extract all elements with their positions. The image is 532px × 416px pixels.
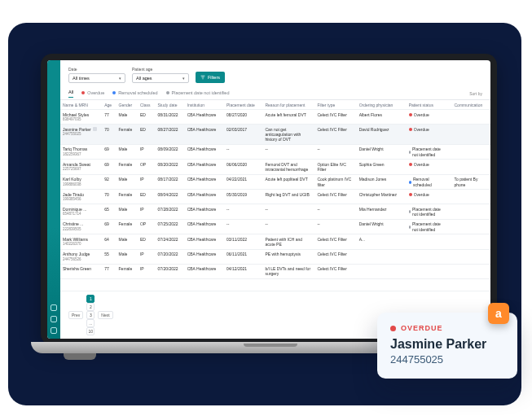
cell-institution: CBA Healthcare bbox=[185, 264, 224, 279]
cell-gender: Female bbox=[117, 190, 138, 204]
cell-study: 08/09/2022 bbox=[156, 144, 185, 160]
cell-placement: 08/27/2020 bbox=[224, 110, 262, 125]
pager-page[interactable]: 1 bbox=[86, 295, 95, 303]
col-class[interactable]: Class bbox=[138, 100, 156, 110]
cell-status: Removal scheduled bbox=[407, 174, 452, 190]
table-row[interactable]: Jasmine Parker24475502570FemaleED08/27/2… bbox=[60, 125, 490, 145]
col-gender[interactable]: Gender bbox=[117, 100, 138, 110]
tab-removal-scheduled[interactable]: Removal scheduled bbox=[112, 90, 157, 98]
table-row[interactable]: Karl Kolby19988603892MaleIP08/17/2022CBA… bbox=[60, 174, 490, 190]
cell-gender: Male bbox=[117, 174, 138, 190]
col-institution[interactable]: Institution bbox=[185, 100, 224, 110]
pager-page[interactable]: 2 bbox=[86, 303, 95, 311]
help-icon[interactable] bbox=[51, 316, 57, 322]
cell-physician: Mia Hernandez bbox=[357, 204, 407, 220]
cell-communication bbox=[452, 190, 491, 204]
cell-status: Placement date not identified bbox=[407, 219, 452, 234]
cell-reason: PE with hemoptysis bbox=[262, 249, 314, 264]
cell-status: Placement date not identified bbox=[407, 144, 452, 160]
table-row[interactable]: Tariq Thomas18225936769MaleIP08/09/2022C… bbox=[60, 144, 490, 160]
cell-gender: Female bbox=[117, 219, 138, 234]
table-row[interactable]: Christine ...22283950569FemaleOP07/25/20… bbox=[60, 219, 490, 234]
table-row[interactable]: Anthony Judge24475652655MaleIP07/20/2022… bbox=[60, 249, 490, 264]
status-dot-icon bbox=[409, 226, 411, 229]
cell-class: ED bbox=[138, 190, 156, 204]
settings-icon[interactable] bbox=[51, 327, 57, 334]
cell-status bbox=[407, 264, 452, 279]
cell-age: 77 bbox=[102, 264, 116, 279]
cell-placement: -- bbox=[224, 144, 262, 160]
age-filter-select[interactable]: All ages ▾ bbox=[132, 73, 189, 83]
cell-institution: CBA Healthcare bbox=[185, 204, 224, 220]
table-row[interactable]: Amanda Sweat22572569769FemaleOP08/20/202… bbox=[60, 160, 490, 175]
card-status: OVERDUE bbox=[390, 324, 504, 332]
chevron-down-icon: ▾ bbox=[182, 76, 185, 81]
tab-placement-unknown[interactable]: Placement date not identified bbox=[166, 90, 230, 98]
filter-bar: Date All times ▾ Patient age All ages ▾ bbox=[60, 60, 490, 88]
cell-name: Jade Tirado199385456 bbox=[60, 190, 102, 204]
cell-gender: Female bbox=[117, 160, 138, 175]
cell-placement: 04/22/2021 bbox=[224, 174, 262, 190]
cell-filter-type: Celect IVC Filter bbox=[314, 234, 356, 250]
pager-prev[interactable]: Prev bbox=[68, 311, 83, 319]
cell-placement: -- bbox=[224, 219, 262, 234]
cell-physician: Sophia Green bbox=[357, 160, 407, 175]
col-filter-type[interactable]: Filter type bbox=[314, 100, 356, 110]
tab-all[interactable]: All bbox=[68, 90, 73, 98]
pager-next[interactable]: Next bbox=[98, 311, 112, 319]
status-dot-icon bbox=[409, 151, 411, 154]
cell-name: Christine ...222839505 bbox=[60, 219, 102, 234]
table-row[interactable]: Jade Tirado19938545670FemaleED08/04/2022… bbox=[60, 190, 490, 204]
cell-placement: 06/06/2020 bbox=[224, 160, 262, 175]
date-filter-select[interactable]: All times ▾ bbox=[68, 73, 125, 83]
cell-institution: CBA Healthcare bbox=[185, 174, 224, 190]
col-communication[interactable]: Communication bbox=[452, 100, 491, 110]
cell-placement: 03/11/2022 bbox=[224, 234, 262, 250]
cell-status: Overdue bbox=[407, 110, 452, 125]
pager-page[interactable]: ... bbox=[86, 319, 95, 327]
cell-study: 07/28/2022 bbox=[156, 204, 185, 220]
user-icon[interactable] bbox=[51, 304, 57, 311]
cell-age: 55 bbox=[102, 249, 116, 264]
cell-age: 77 bbox=[102, 110, 116, 125]
status-dot-icon bbox=[390, 326, 396, 331]
cell-placement: -- bbox=[224, 204, 262, 220]
col-placement[interactable]: Placement date bbox=[224, 100, 262, 110]
pager-page[interactable]: 10 bbox=[86, 327, 95, 335]
cell-physician bbox=[357, 249, 407, 264]
cell-reason: -- bbox=[262, 204, 314, 220]
sort-by[interactable]: Sort by bbox=[469, 91, 482, 96]
cell-reason: Acute left popliteal DVT bbox=[262, 174, 314, 190]
cell-institution: CBA Healthcare bbox=[185, 249, 224, 264]
col-age[interactable]: Age bbox=[102, 100, 116, 110]
col-physician[interactable]: Ordering physician bbox=[357, 100, 407, 110]
cell-reason: Acute left femoral DVT bbox=[262, 110, 314, 125]
app-badge-icon: a bbox=[488, 303, 509, 324]
table-row[interactable]: Dominique ...65487171465MaleIP07/28/2022… bbox=[60, 204, 490, 220]
laptop-foot bbox=[64, 353, 96, 360]
cell-study: 08/31/2022 bbox=[156, 110, 185, 125]
cell-institution: CBA Healthcare bbox=[185, 125, 224, 145]
flag-icon bbox=[93, 127, 97, 131]
cell-filter-type: Celect IVC Filter bbox=[314, 110, 356, 125]
cell-gender: Male bbox=[117, 204, 138, 220]
cell-physician: David Rodriguez bbox=[357, 125, 407, 145]
col-patient-status[interactable]: Patient status bbox=[407, 100, 452, 110]
cell-physician: Madison Jones bbox=[357, 174, 407, 190]
filters-button[interactable]: Filters bbox=[196, 72, 225, 83]
col-reason[interactable]: Reason for placement bbox=[262, 100, 314, 110]
status-dot-icon bbox=[409, 113, 412, 116]
tab-overdue[interactable]: Overdue bbox=[81, 90, 104, 98]
cell-filter-type: Celect IVC Filter bbox=[314, 264, 356, 279]
col-study[interactable]: Study date bbox=[156, 100, 185, 110]
filters-button-label: Filters bbox=[208, 75, 220, 80]
cell-filter-type: Celect IVC Filter bbox=[314, 190, 356, 204]
date-filter-label: Date bbox=[68, 67, 125, 72]
pager-page[interactable]: 3 bbox=[86, 311, 95, 319]
table-row[interactable]: Michael Styles83849703577MaleED08/31/202… bbox=[60, 110, 490, 125]
table-row[interactable]: Mark Williams14022637064MaleED07/24/2022… bbox=[60, 234, 490, 250]
patient-callout-card: a OVERDUE Jasmine Parker 244755025 bbox=[377, 313, 517, 379]
cell-study: 08/04/2022 bbox=[156, 190, 185, 204]
col-name[interactable]: Name & MRN bbox=[60, 100, 102, 110]
table-row[interactable]: Sherisha Green77FemaleIP07/20/2022CBA He… bbox=[60, 264, 490, 279]
